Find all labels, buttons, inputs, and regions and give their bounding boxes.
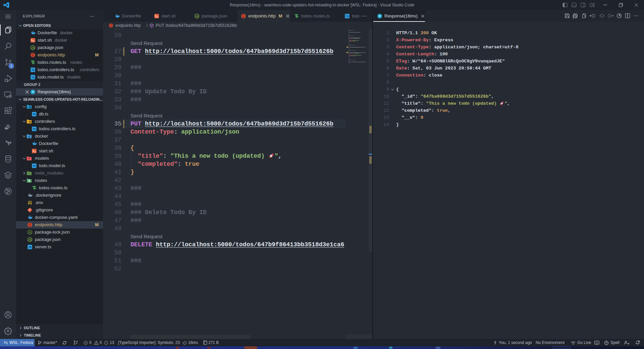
svg-text:JS: JS [29, 238, 32, 241]
svg-text:JS: JS [32, 46, 35, 49]
svg-text:TS: TS [32, 69, 35, 71]
svg-text:TS: TS [346, 15, 349, 17]
svg-text:TS: TS [33, 165, 36, 167]
svg-text:JS: JS [196, 15, 199, 17]
svg-text:TS: TS [33, 113, 36, 115]
svg-text:TS: TS [29, 246, 32, 248]
svg-text:TS: TS [33, 128, 36, 130]
svg-text:JS: JS [29, 231, 32, 233]
svg-text:TS: TS [32, 76, 35, 79]
